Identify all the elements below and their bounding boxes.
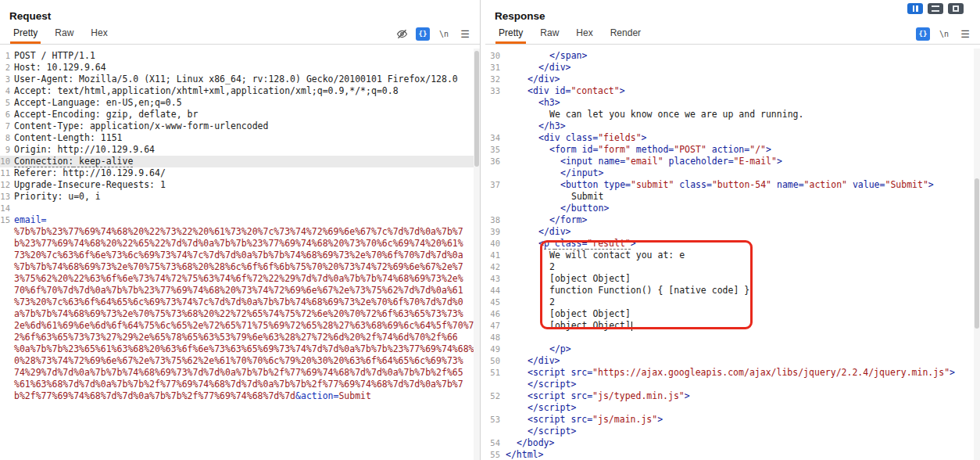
line-number xyxy=(0,238,14,250)
line-number: 3 xyxy=(0,74,14,85)
response-tab-pretty[interactable]: Pretty xyxy=(490,23,531,44)
code-line: 33<div id="contact"> xyxy=(485,85,980,97)
code-line: 3User-Agent: Mozilla/5.0 (X11; Linux x86… xyxy=(0,74,480,85)
line-number: 6 xyxy=(0,109,14,120)
response-scrollbar-thumb[interactable] xyxy=(975,178,979,329)
line-number: 38 xyxy=(485,214,506,226)
line-number xyxy=(0,379,14,390)
code-format-toggle[interactable]: {} xyxy=(916,27,930,41)
line-number: 36 xyxy=(485,156,506,167)
code-line: 8Content-Length: 1151 xyxy=(0,132,480,144)
line-number: 33 xyxy=(485,85,506,97)
code-line: 44function Function() { [native code] } xyxy=(485,285,980,296)
layout-rows-button[interactable] xyxy=(928,3,943,14)
line-number: 41 xyxy=(485,250,506,261)
request-panel: Request PrettyRawHex {}\n☰ 1POST / HTTP/… xyxy=(0,0,481,460)
code-line: %61%63%68%7d%7d%0a%7b%7b%2f%77%69%74%68%… xyxy=(0,379,480,390)
request-scrollbar-thumb[interactable] xyxy=(474,51,479,167)
code-line: b%2f%77%69%74%68%7d%7d%0a%7b%7b%2f%77%69… xyxy=(0,390,480,402)
response-panel: Response PrettyRawHexRender {}\n☰ 30</sp… xyxy=(485,0,980,460)
code-line: 30</span> xyxy=(485,50,980,62)
line-number: 35 xyxy=(485,144,506,156)
response-tab-hex[interactable]: Hex xyxy=(567,23,601,44)
line-number: 55 xyxy=(485,449,506,460)
line-number: 44 xyxy=(485,285,506,296)
newline-toggle[interactable]: \n xyxy=(437,27,451,41)
line-number: 50 xyxy=(485,355,506,367)
code-line: 73%20%7c%63%6f%6e%73%6c%69%73%74%7c%7d%7… xyxy=(0,250,480,261)
line-number: 8 xyxy=(0,132,14,144)
code-line: </script> xyxy=(485,402,980,414)
line-number xyxy=(0,320,14,332)
code-line: 43[object Object] xyxy=(485,273,980,285)
line-number: 10 xyxy=(0,156,14,167)
code-line: %0a%7b%7b%23%65%61%63%68%20%63%6f%6e%73%… xyxy=(0,343,480,355)
response-tab-render[interactable]: Render xyxy=(602,23,649,44)
line-number xyxy=(0,308,14,320)
line-number xyxy=(0,296,14,308)
text-cursor xyxy=(631,322,633,331)
line-number: 52 xyxy=(485,390,506,402)
line-number xyxy=(0,226,14,238)
line-number xyxy=(485,402,506,414)
line-number xyxy=(0,390,14,402)
layout-columns-button[interactable] xyxy=(907,3,923,14)
code-line: </h3> xyxy=(485,120,980,132)
code-line: 41We will contact you at: e xyxy=(485,250,980,261)
code-line: 10Connection: keep-alive xyxy=(0,156,480,167)
line-number: 32 xyxy=(485,74,506,85)
line-number: 54 xyxy=(485,437,506,449)
code-line: </input> xyxy=(485,167,980,179)
line-number: 39 xyxy=(485,226,506,238)
editor-menu-icon[interactable]: ☰ xyxy=(458,27,472,41)
code-line: 6Accept-Encoding: gzip, deflate, br xyxy=(0,109,480,120)
code-line: 3%75%62%20%22%63%6f%6e%73%74%72%75%63%74… xyxy=(0,273,480,285)
code-line: 0%28%73%74%72%69%6e%67%2e%73%75%62%2e%61… xyxy=(0,355,480,367)
code-format-toggle[interactable]: {} xyxy=(416,27,430,41)
code-line: %73%20%7c%63%6f%64%65%6c%69%73%74%7c%7d%… xyxy=(0,296,480,308)
code-line: 37<button type="submit" class="button-54… xyxy=(485,179,980,191)
line-number: 14 xyxy=(0,203,14,214)
code-line: 2e%6d%61%69%6e%6d%6f%64%75%6c%65%2e%72%6… xyxy=(0,320,480,332)
line-number xyxy=(0,250,14,261)
line-number: 51 xyxy=(485,367,506,379)
line-number: 37 xyxy=(485,179,506,191)
code-line: 31</div> xyxy=(485,62,980,74)
line-number xyxy=(0,367,14,379)
code-line: %7b%7b%23%77%69%74%68%20%22%73%22%20%61%… xyxy=(0,226,480,238)
request-tab-pretty[interactable]: Pretty xyxy=(5,23,46,44)
line-number: 31 xyxy=(485,62,506,74)
request-panel-title: Request xyxy=(0,0,480,23)
line-number: 4 xyxy=(0,85,14,97)
editor-menu-icon[interactable]: ☰ xyxy=(958,27,972,41)
code-line: 70%6f%70%7d%7d%0a%7b%7b%23%77%69%74%68%2… xyxy=(0,285,480,296)
code-line: 52<script src="js/typed.min.js"> xyxy=(485,390,980,402)
response-panel-title: Response xyxy=(485,0,980,23)
line-number: 43 xyxy=(485,273,506,285)
eye-off-icon[interactable] xyxy=(395,27,409,41)
line-number xyxy=(0,285,14,296)
code-line: </script> xyxy=(485,379,980,390)
line-number: 48 xyxy=(485,332,506,343)
line-number xyxy=(485,203,506,214)
layout-single-button[interactable] xyxy=(948,3,964,14)
line-number xyxy=(485,109,506,120)
code-line: 5Accept-Language: en-US,en;q=0.5 xyxy=(0,97,480,109)
request-editor[interactable]: 1POST / HTTP/1.12Host: 10.129.9.643User-… xyxy=(0,49,480,460)
code-line: 12Upgrade-Insecure-Requests: 1 xyxy=(0,179,480,191)
code-line: 55</html> xyxy=(485,449,980,460)
line-number: 7 xyxy=(0,120,14,132)
line-number xyxy=(0,355,14,367)
line-number: 13 xyxy=(0,191,14,203)
response-editor[interactable]: 30</span>31</div>32</div>33<div id="cont… xyxy=(485,49,980,460)
code-line: %7b%7b%74%68%69%73%2e%70%75%73%68%20%28%… xyxy=(0,261,480,273)
code-line: 38</form> xyxy=(485,214,980,226)
newline-toggle[interactable]: \n xyxy=(937,27,951,41)
line-number xyxy=(0,273,14,285)
request-scrollbar[interactable] xyxy=(474,49,480,460)
request-tab-hex[interactable]: Hex xyxy=(82,23,116,44)
code-line: b%23%77%69%74%68%20%22%65%22%7d%7d%0a%7b… xyxy=(0,238,480,250)
request-tab-raw[interactable]: Raw xyxy=(46,23,82,44)
response-scrollbar[interactable] xyxy=(974,49,980,460)
response-tab-raw[interactable]: Raw xyxy=(531,23,567,44)
